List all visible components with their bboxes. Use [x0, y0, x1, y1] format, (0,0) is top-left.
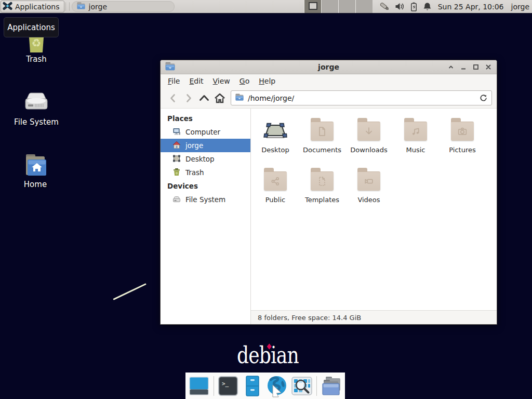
file-item-videos[interactable]: Videos [345, 164, 392, 214]
file-view[interactable]: Desktop Documents [251, 109, 497, 310]
panel-clock[interactable]: Sun 25 Apr, 10:06 [438, 3, 504, 11]
file-manager-window: jorge File Edit View Go Help [160, 60, 497, 325]
menu-help[interactable]: Help [254, 75, 280, 87]
folder-icon-pictures [451, 122, 474, 141]
trash-icon [172, 168, 181, 178]
home-folder-icon [22, 152, 49, 179]
volume-icon[interactable] [395, 2, 405, 11]
desktop-special-icon [263, 118, 288, 143]
file-item-templates[interactable]: Templates [299, 164, 345, 214]
stray-line-artifact [113, 283, 146, 300]
taskbar-window-title: jorge [89, 3, 107, 11]
shade-icon[interactable] [447, 63, 455, 71]
workspace-2[interactable] [321, 0, 338, 13]
file-item-pictures[interactable]: Pictures [439, 114, 486, 164]
menu-view[interactable]: View [208, 75, 235, 87]
sidebar-item-desktop[interactable]: Desktop [161, 152, 250, 166]
workspace-3[interactable] [338, 0, 355, 13]
menu-file[interactable]: File [163, 75, 184, 87]
svg-text:>_: >_ [222, 380, 229, 387]
folder-icon-templates [311, 171, 334, 191]
folder-icon [77, 2, 85, 11]
sidebar: Places Computer jorge Desktop [161, 109, 251, 324]
sidebar-item-trash[interactable]: Trash [161, 166, 250, 179]
up-icon[interactable] [196, 91, 212, 105]
minimize-icon[interactable] [459, 63, 467, 71]
back-icon[interactable] [165, 91, 181, 105]
window-titlebar[interactable]: jorge [161, 60, 497, 74]
applications-label: Applications [15, 3, 60, 11]
terminal-icon[interactable]: >_ [217, 374, 240, 397]
folder-icon-music [404, 122, 427, 141]
file-manager-icon[interactable] [320, 374, 342, 397]
sidebar-header-places: Places [161, 112, 250, 125]
bottom-dock: >_ [185, 373, 345, 399]
applications-tooltip: Applications [4, 17, 59, 37]
workspace-pager[interactable] [304, 0, 373, 13]
folder-icon-public [264, 171, 287, 191]
path-text[interactable]: /home/jorge/ [248, 94, 475, 102]
dock-separator [316, 376, 317, 396]
home-icon[interactable] [212, 91, 228, 105]
path-folder-icon [235, 94, 244, 102]
workspace-1[interactable] [304, 0, 321, 13]
maximize-icon[interactable] [472, 63, 480, 71]
sidebar-item-computer[interactable]: Computer [161, 125, 250, 139]
show-desktop-icon[interactable] [188, 374, 210, 397]
file-item-music[interactable]: Music [392, 114, 439, 164]
file-item-desktop[interactable]: Desktop [252, 114, 299, 164]
applications-icon [3, 1, 12, 12]
panel-grip-handle[interactable] [65, 3, 70, 10]
battery-icon[interactable] [410, 2, 418, 11]
workspace-window-thumb [309, 2, 317, 10]
folder-icon-documents [311, 122, 334, 141]
path-bar[interactable]: /home/jorge/ [231, 90, 492, 105]
file-item-documents[interactable]: Documents [299, 114, 345, 164]
folder-icon-videos [357, 171, 380, 191]
desktop-icon [172, 154, 181, 164]
reload-icon[interactable] [480, 94, 487, 102]
panel-username[interactable]: jorge [511, 3, 529, 11]
computer-icon [172, 127, 181, 137]
dock-separator [214, 376, 214, 396]
sidebar-item-jorge[interactable]: jorge [161, 139, 250, 152]
taskbar-window-button[interactable]: jorge [72, 1, 175, 12]
desktop-icon-home[interactable]: Home [3, 152, 68, 189]
debian-wordmark: debian [237, 342, 299, 368]
notifications-icon[interactable] [423, 2, 432, 11]
sidebar-item-file-system[interactable]: File System [161, 193, 250, 206]
toolbar: /home/jorge/ [161, 88, 497, 109]
workspace-4[interactable] [355, 0, 373, 13]
home-icon [172, 141, 181, 151]
top-panel: Applications jorge Sun 25 Apr, 10:06 jor… [0, 0, 532, 14]
window-title: jorge [161, 63, 497, 71]
sidebar-header-devices: Devices [161, 179, 250, 193]
file-item-public[interactable]: Public [252, 164, 299, 214]
applications-menu-button[interactable]: Applications [1, 1, 64, 12]
app-finder-icon[interactable] [290, 374, 313, 397]
stylus-icon[interactable] [378, 1, 391, 13]
desktop-icon-file-system[interactable]: File System [4, 89, 69, 127]
menubar: File Edit View Go Help [161, 74, 497, 88]
statusbar: 8 folders, Free space: 14.4 GiB [251, 310, 497, 324]
folder-icon-downloads [357, 122, 380, 141]
close-icon[interactable] [484, 63, 492, 71]
window-folder-icon [165, 62, 175, 73]
svg-text:♻: ♻ [32, 37, 42, 49]
menu-edit[interactable]: Edit [184, 75, 208, 87]
file-cabinet-icon[interactable] [242, 374, 264, 397]
file-item-downloads[interactable]: Downloads [345, 114, 392, 164]
web-browser-icon[interactable] [265, 374, 288, 397]
forward-icon[interactable] [181, 91, 196, 105]
menu-go[interactable]: Go [235, 75, 254, 87]
harddrive-icon [23, 89, 50, 116]
harddrive-icon [172, 195, 181, 205]
